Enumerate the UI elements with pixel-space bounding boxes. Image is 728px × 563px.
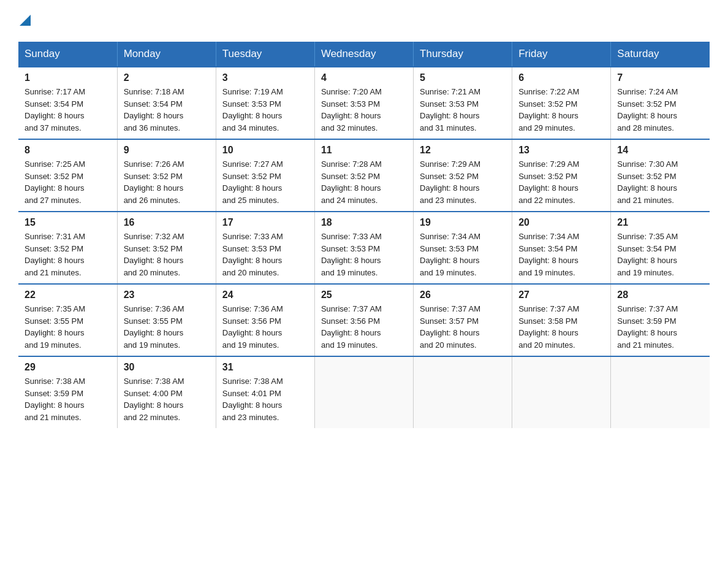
day-info: Sunrise: 7:18 AM Sunset: 3:54 PM Dayligh…: [124, 86, 210, 134]
day-number: 27: [518, 289, 604, 301]
day-info: Sunrise: 7:35 AM Sunset: 3:54 PM Dayligh…: [617, 231, 703, 278]
day-number: 30: [124, 362, 210, 373]
sunrise-time: 7:24 AM: [649, 87, 678, 96]
sunset-label: Sunset:: [321, 172, 351, 181]
sunrise-label: Sunrise:: [321, 232, 352, 241]
sunrise-time: 7:38 AM: [254, 377, 283, 386]
calendar-week-row: 29 Sunrise: 7:38 AM Sunset: 3:59 PM Dayl…: [18, 356, 710, 428]
sunset-label: Sunset:: [222, 389, 252, 398]
sunrise-time: 7:37 AM: [649, 304, 678, 313]
sunset-label: Sunset:: [25, 244, 54, 253]
day-info: Sunrise: 7:27 AM Sunset: 3:52 PM Dayligh…: [222, 158, 308, 206]
sunrise-time: 7:35 AM: [649, 232, 678, 241]
day-info: Sunrise: 7:34 AM Sunset: 3:53 PM Dayligh…: [420, 231, 506, 278]
sunset-time: 3:53 PM: [449, 244, 479, 253]
day-number: 18: [321, 217, 407, 228]
day-info: Sunrise: 7:37 AM Sunset: 3:58 PM Dayligh…: [518, 303, 604, 351]
sunset-time: 4:00 PM: [153, 389, 182, 398]
sunset-label: Sunset:: [321, 99, 351, 109]
sunset-time: 3:52 PM: [153, 244, 182, 253]
daylight-label: Daylight: 8 hours and 21 minutes.: [25, 400, 85, 422]
daylight-label: Daylight: 8 hours and 36 minutes.: [124, 111, 184, 132]
sunrise-time: 7:28 AM: [352, 159, 382, 169]
sunrise-time: 7:34 AM: [550, 232, 580, 241]
calendar-day-cell: 17 Sunrise: 7:33 AM Sunset: 3:53 PM Dayl…: [216, 212, 314, 284]
sunset-label: Sunset:: [222, 172, 252, 181]
daylight-label: Daylight: 8 hours and 21 minutes.: [617, 183, 677, 205]
sunset-time: 3:53 PM: [351, 99, 380, 109]
daylight-label: Daylight: 8 hours and 20 minutes.: [222, 256, 282, 277]
day-info: Sunrise: 7:30 AM Sunset: 3:52 PM Dayligh…: [617, 158, 703, 206]
sunrise-time: 7:37 AM: [550, 304, 580, 313]
day-number: 24: [222, 289, 308, 301]
sunrise-label: Sunrise:: [124, 304, 155, 313]
calendar-day-cell: 27 Sunrise: 7:37 AM Sunset: 3:58 PM Dayl…: [512, 284, 611, 356]
calendar-day-cell: 30 Sunrise: 7:38 AM Sunset: 4:00 PM Dayl…: [117, 356, 216, 428]
weekday-header: Tuesday: [216, 42, 314, 67]
calendar-day-cell: 28 Sunrise: 7:37 AM Sunset: 3:59 PM Dayl…: [611, 284, 710, 356]
calendar-day-cell: 26 Sunrise: 7:37 AM Sunset: 3:57 PM Dayl…: [414, 284, 512, 356]
sunset-time: 3:53 PM: [251, 99, 281, 109]
day-info: Sunrise: 7:37 AM Sunset: 3:59 PM Dayligh…: [617, 303, 703, 351]
sunset-time: 3:52 PM: [646, 99, 676, 109]
sunrise-label: Sunrise:: [124, 232, 155, 241]
calendar-day-cell: 2 Sunrise: 7:18 AM Sunset: 3:54 PM Dayli…: [117, 67, 216, 139]
sunrise-label: Sunrise:: [321, 304, 352, 313]
sunrise-label: Sunrise:: [617, 87, 648, 96]
day-info: Sunrise: 7:29 AM Sunset: 3:52 PM Dayligh…: [518, 158, 604, 206]
calendar-day-cell: 15 Sunrise: 7:31 AM Sunset: 3:52 PM Dayl…: [18, 212, 117, 284]
sunrise-time: 7:20 AM: [352, 87, 382, 96]
sunrise-label: Sunrise:: [222, 232, 254, 241]
sunrise-label: Sunrise:: [518, 232, 550, 241]
calendar-day-cell: 9 Sunrise: 7:26 AM Sunset: 3:52 PM Dayli…: [117, 139, 216, 212]
sunset-time: 3:55 PM: [54, 316, 83, 326]
sunrise-time: 7:38 AM: [56, 377, 85, 386]
sunset-label: Sunset:: [518, 99, 548, 109]
weekday-header: Friday: [512, 42, 611, 67]
daylight-label: Daylight: 8 hours and 34 minutes.: [222, 111, 282, 132]
calendar-day-cell: [414, 356, 512, 428]
day-number: 21: [617, 217, 703, 228]
sunrise-time: 7:27 AM: [254, 159, 283, 169]
daylight-label: Daylight: 8 hours and 22 minutes.: [518, 183, 578, 205]
logo: [18, 12, 31, 29]
day-number: 22: [25, 289, 111, 301]
sunrise-label: Sunrise:: [420, 87, 451, 96]
sunset-label: Sunset:: [124, 99, 153, 109]
day-number: 4: [321, 72, 407, 83]
sunrise-label: Sunrise:: [518, 159, 550, 169]
sunrise-time: 7:18 AM: [155, 87, 184, 96]
daylight-label: Daylight: 8 hours and 19 minutes.: [617, 256, 677, 277]
calendar-day-cell: 22 Sunrise: 7:35 AM Sunset: 3:55 PM Dayl…: [18, 284, 117, 356]
sunset-label: Sunset:: [222, 244, 252, 253]
day-info: Sunrise: 7:36 AM Sunset: 3:55 PM Dayligh…: [124, 303, 210, 351]
day-number: 28: [617, 289, 703, 301]
day-info: Sunrise: 7:20 AM Sunset: 3:53 PM Dayligh…: [321, 86, 407, 134]
sunset-label: Sunset:: [617, 99, 646, 109]
sunset-label: Sunset:: [617, 316, 646, 326]
calendar-day-cell: 29 Sunrise: 7:38 AM Sunset: 3:59 PM Dayl…: [18, 356, 117, 428]
sunset-time: 3:53 PM: [351, 244, 380, 253]
calendar-day-cell: 13 Sunrise: 7:29 AM Sunset: 3:52 PM Dayl…: [512, 139, 611, 212]
sunset-label: Sunset:: [518, 316, 548, 326]
sunset-time: 3:52 PM: [548, 99, 577, 109]
sunrise-time: 7:36 AM: [155, 304, 184, 313]
calendar-day-cell: 1 Sunrise: 7:17 AM Sunset: 3:54 PM Dayli…: [18, 67, 117, 139]
sunset-time: 3:54 PM: [54, 99, 83, 109]
sunset-time: 3:54 PM: [153, 99, 182, 109]
day-info: Sunrise: 7:17 AM Sunset: 3:54 PM Dayligh…: [25, 86, 111, 134]
sunset-label: Sunset:: [222, 99, 252, 109]
day-info: Sunrise: 7:38 AM Sunset: 3:59 PM Dayligh…: [25, 375, 111, 423]
sunrise-label: Sunrise:: [25, 304, 56, 313]
sunset-time: 4:01 PM: [251, 389, 281, 398]
sunset-label: Sunset:: [420, 244, 449, 253]
sunset-label: Sunset:: [25, 316, 54, 326]
logo-triangle-icon: [20, 12, 31, 28]
sunset-time: 3:59 PM: [54, 389, 83, 398]
sunrise-label: Sunrise:: [420, 159, 451, 169]
daylight-label: Daylight: 8 hours and 22 minutes.: [124, 400, 184, 422]
sunrise-time: 7:26 AM: [155, 159, 184, 169]
sunset-time: 3:52 PM: [153, 172, 182, 181]
day-info: Sunrise: 7:33 AM Sunset: 3:53 PM Dayligh…: [222, 231, 308, 278]
sunrise-time: 7:33 AM: [254, 232, 283, 241]
